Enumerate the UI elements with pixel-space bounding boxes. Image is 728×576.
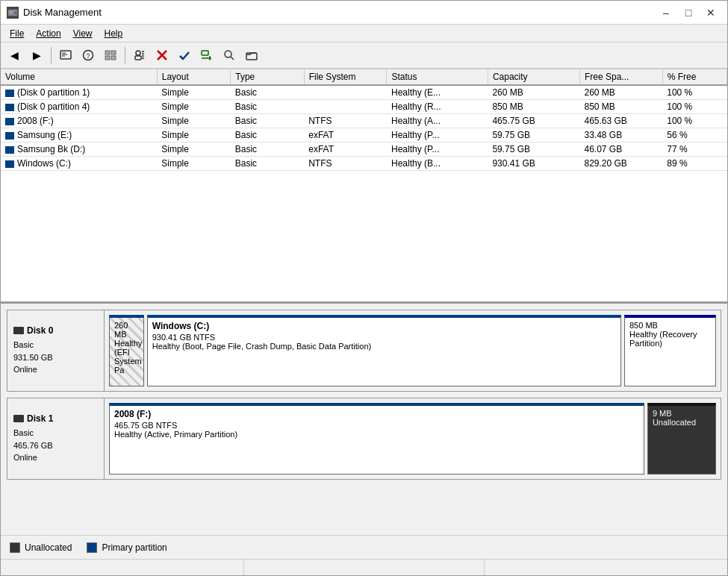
svg-rect-13 bbox=[105, 56, 110, 60]
disk-info-0: Basic931.50 GBOnline bbox=[13, 339, 98, 376]
table-row[interactable]: 2008 (F:)SimpleBasicNTFSHealthy (A...465… bbox=[1, 114, 727, 128]
cell-type: Basic bbox=[231, 128, 304, 143]
cell-freespace: 850 MB bbox=[579, 100, 662, 114]
partition-name: Windows (C:) bbox=[152, 321, 616, 331]
cell-status: Healthy (R... bbox=[387, 100, 488, 114]
menu-bar: File Action View Help bbox=[1, 25, 727, 43]
status-segment-2 bbox=[244, 560, 485, 575]
svg-point-15 bbox=[136, 51, 140, 55]
cell-filesystem: exFAT bbox=[304, 128, 387, 143]
partition-0-2[interactable]: 850 MBHealthy (Recovery Partition) bbox=[624, 315, 716, 386]
cell-filesystem bbox=[304, 85, 387, 100]
col-capacity[interactable]: Capacity bbox=[488, 69, 579, 85]
disk-management-window: Disk Management – □ ✕ File Action View H… bbox=[0, 0, 728, 576]
table-header-row: Volume Layout Type File System Status Ca… bbox=[1, 69, 727, 85]
cell-capacity: 465.75 GB bbox=[488, 114, 579, 128]
cell-capacity: 260 MB bbox=[488, 85, 579, 100]
cell-type: Basic bbox=[231, 143, 304, 157]
status-segment-3 bbox=[485, 560, 724, 575]
cell-freespace: 465.63 GB bbox=[579, 114, 662, 128]
partition-size: 930.41 GB NTFS bbox=[152, 333, 616, 342]
disk-row-0: Disk 0Basic931.50 GBOnline260 MBHealthy … bbox=[7, 310, 721, 392]
add-button[interactable] bbox=[196, 45, 217, 66]
partition-0-0[interactable]: 260 MBHealthy (EFI System Pa bbox=[109, 315, 144, 386]
explore-button[interactable] bbox=[241, 45, 262, 66]
legend-unallocated-label: Unallocated bbox=[25, 542, 72, 553]
properties-button[interactable] bbox=[129, 45, 150, 66]
volumes-table-section[interactable]: Volume Layout Type File System Status Ca… bbox=[1, 69, 727, 304]
volumes-table: Volume Layout Type File System Status Ca… bbox=[1, 69, 727, 171]
disk-label-1: Disk 1Basic465.76 GBOnline bbox=[7, 398, 105, 479]
col-layout[interactable]: Layout bbox=[157, 69, 230, 85]
delete-button[interactable] bbox=[152, 45, 172, 66]
cell-type: Basic bbox=[231, 114, 304, 128]
window-title: Disk Management bbox=[23, 7, 656, 18]
console-button[interactable] bbox=[55, 45, 76, 66]
partition-1-0[interactable]: 2008 (F:)465.75 GB NTFSHealthy (Active, … bbox=[109, 403, 644, 475]
cell-layout: Simple bbox=[157, 143, 230, 157]
partition-info: Healthy (EFI System Pa bbox=[114, 339, 139, 375]
cell-capacity: 59.75 GB bbox=[488, 128, 579, 143]
col-status[interactable]: Status bbox=[387, 69, 488, 85]
disk-icon bbox=[13, 327, 24, 334]
partition-size: 260 MB bbox=[114, 321, 139, 339]
cell-volume: (Disk 0 partition 1) bbox=[1, 85, 157, 100]
table-row[interactable]: (Disk 0 partition 1)SimpleBasicHealthy (… bbox=[1, 85, 727, 100]
cell-volume: Samsung (E:) bbox=[1, 128, 157, 143]
cell-layout: Simple bbox=[157, 157, 230, 171]
toolbar: ◀ ▶ ? bbox=[1, 43, 727, 69]
cell-filesystem: exFAT bbox=[304, 143, 387, 157]
maximize-button[interactable]: □ bbox=[678, 4, 699, 21]
partition-1-1[interactable]: 9 MBUnallocated bbox=[647, 403, 716, 475]
volume-icon bbox=[5, 132, 14, 140]
table-row[interactable]: Windows (C:)SimpleBasicNTFSHealthy (B...… bbox=[1, 157, 727, 171]
help-button[interactable]: ? bbox=[78, 45, 99, 66]
table-row[interactable]: Samsung (E:)SimpleBasicexFATHealthy (P..… bbox=[1, 128, 727, 143]
cell-freespace: 829.20 GB bbox=[579, 157, 662, 171]
status-bar bbox=[1, 559, 727, 575]
col-freespace[interactable]: Free Spa... bbox=[579, 69, 662, 85]
legend-primary-label: Primary partition bbox=[102, 542, 167, 553]
svg-rect-11 bbox=[105, 51, 110, 54]
minimize-button[interactable]: – bbox=[656, 4, 676, 21]
col-filesystem[interactable]: File System bbox=[304, 69, 387, 85]
menu-help[interactable]: Help bbox=[99, 25, 129, 42]
svg-text:?: ? bbox=[86, 52, 90, 60]
search-button[interactable] bbox=[219, 45, 240, 66]
cell-percentfree: 89 % bbox=[662, 157, 727, 171]
partition-size: 465.75 GB NTFS bbox=[114, 421, 639, 430]
disk-row-1: Disk 1Basic465.76 GBOnline2008 (F:)465.7… bbox=[7, 398, 721, 480]
cell-percentfree: 77 % bbox=[662, 143, 727, 157]
cell-layout: Simple bbox=[157, 85, 230, 100]
menu-action[interactable]: Action bbox=[30, 25, 66, 42]
menu-view[interactable]: View bbox=[67, 25, 99, 42]
cell-filesystem bbox=[304, 100, 387, 114]
cell-status: Healthy (A... bbox=[387, 114, 488, 128]
window-controls: – □ ✕ bbox=[656, 4, 721, 21]
partition-info: Healthy (Recovery Partition) bbox=[629, 330, 711, 348]
table-row[interactable]: Samsung Bk (D:)SimpleBasicexFATHealthy (… bbox=[1, 143, 727, 157]
check-button[interactable] bbox=[174, 45, 195, 66]
disk-name-1: Disk 1 bbox=[13, 413, 98, 424]
svg-point-2 bbox=[15, 11, 17, 13]
back-button[interactable]: ◀ bbox=[4, 45, 25, 66]
menu-file[interactable]: File bbox=[4, 25, 30, 42]
close-button[interactable]: ✕ bbox=[700, 4, 721, 21]
cell-percentfree: 100 % bbox=[662, 100, 727, 114]
partition-0-1[interactable]: Windows (C:)930.41 GB NTFSHealthy (Boot,… bbox=[147, 315, 621, 386]
cell-status: Healthy (E... bbox=[387, 85, 488, 100]
toolbar-separator-2 bbox=[125, 47, 125, 63]
col-volume[interactable]: Volume bbox=[1, 69, 157, 85]
cell-freespace: 260 MB bbox=[579, 85, 662, 100]
col-type[interactable]: Type bbox=[231, 69, 304, 85]
svg-rect-16 bbox=[135, 56, 141, 60]
table-row[interactable]: (Disk 0 partition 4)SimpleBasicHealthy (… bbox=[1, 100, 727, 114]
show-hide-button[interactable] bbox=[100, 45, 121, 66]
legend-primary-box bbox=[87, 542, 97, 553]
forward-button[interactable]: ▶ bbox=[26, 45, 47, 66]
cell-volume: Samsung Bk (D:) bbox=[1, 143, 157, 157]
app-icon bbox=[7, 7, 19, 19]
svg-rect-4 bbox=[9, 13, 12, 13]
col-percentfree[interactable]: % Free bbox=[662, 69, 727, 85]
partition-info: Healthy (Boot, Page File, Crash Dump, Ba… bbox=[152, 342, 616, 351]
